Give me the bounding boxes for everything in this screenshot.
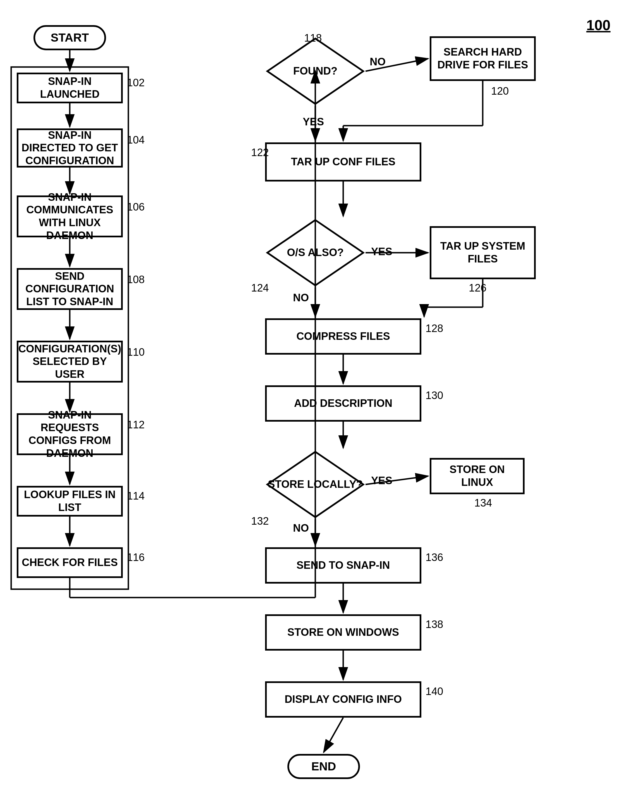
node-128: COMPRESS FILES <box>265 318 421 355</box>
node-108: SEND CONFIGURATION LIST TO SNAP-IN <box>17 268 123 310</box>
node-118: FOUND? <box>265 36 365 106</box>
node-140: DISPLAY CONFIG INFO <box>265 681 421 717</box>
yes-label-118: YES <box>303 116 324 128</box>
node-132: STORE LOCALLY? <box>265 450 365 519</box>
diagram-number: 100 <box>586 17 611 34</box>
ref-134: 134 <box>474 497 492 509</box>
yes-label-132: YES <box>371 475 392 487</box>
node-110: CONFIGURATION(S) SELECTED BY USER <box>17 341 123 383</box>
node-138: STORE ON WINDOWS <box>265 614 421 650</box>
start-terminal: START <box>33 25 106 50</box>
ref-140: 140 <box>426 685 443 698</box>
ref-136: 136 <box>426 551 443 563</box>
ref-120: 120 <box>491 85 509 97</box>
node-122: TAR UP CONF FILES <box>265 142 421 182</box>
node-136: SEND TO SNAP-IN <box>265 547 421 584</box>
node-106: SNAP-IN COMMUNICATES WITH LINUX DAEMON <box>17 195 123 237</box>
ref-138: 138 <box>426 618 443 630</box>
node-112: SNAP-IN REQUESTS CONFIGS FROM DAEMON <box>17 413 123 455</box>
ref-102: 102 <box>127 77 145 89</box>
ref-114: 114 <box>127 490 145 502</box>
svg-line-33 <box>324 717 343 752</box>
yes-label-124: YES <box>371 246 392 258</box>
ref-128: 128 <box>426 322 443 334</box>
node-130: ADD DESCRIPTION <box>265 385 421 422</box>
ref-126: 126 <box>469 282 486 294</box>
node-120: SEARCH HARD DRIVE FOR FILES <box>430 36 536 81</box>
node-134: STORE ON LINUX <box>430 458 525 494</box>
ref-116: 116 <box>127 551 145 563</box>
ref-110: 110 <box>127 346 145 358</box>
node-126: TAR UP SYSTEM FILES <box>430 226 536 279</box>
node-116: CHECK FOR FILES <box>17 547 123 578</box>
no-label-124: NO <box>293 292 309 304</box>
node-104: SNAP-IN DIRECTED TO GET CONFIGURATION <box>17 128 123 168</box>
ref-124: 124 <box>251 282 269 294</box>
node-114: LOOKUP FILES IN LIST <box>17 486 123 517</box>
ref-104: 104 <box>127 134 145 146</box>
ref-122: 122 <box>251 147 269 159</box>
ref-130: 130 <box>426 389 443 401</box>
no-label-132: NO <box>293 522 309 534</box>
ref-112: 112 <box>127 419 145 431</box>
no-label-118: NO <box>370 56 386 68</box>
ref-118: 118 <box>304 32 322 44</box>
ref-106: 106 <box>127 201 145 213</box>
end-terminal: END <box>288 754 360 779</box>
node-102: SNAP-IN LAUNCHED <box>17 73 123 103</box>
ref-108: 108 <box>127 274 145 285</box>
node-124: O/S ALSO? <box>265 218 365 288</box>
ref-132: 132 <box>251 515 269 527</box>
